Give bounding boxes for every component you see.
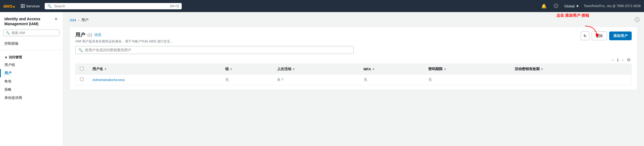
col-last-activity-sort-icon[interactable]: ▼	[292, 68, 295, 71]
sidebar-item-policies-label: 策略	[4, 87, 12, 92]
page-title-row: 用户 (1) 信息	[75, 32, 173, 38]
col-password-expiry-label: 密码期限	[428, 67, 443, 71]
sidebar-search-icon: 🔍	[6, 31, 10, 35]
aws-logo-text: aws	[3, 4, 13, 8]
col-active-key-expiry-sort-icon[interactable]: ▼	[541, 68, 543, 71]
row-checkbox-cell	[76, 75, 88, 85]
col-password-expiry-sort-icon[interactable]: ▼	[444, 68, 446, 71]
col-mfa: MFA ▼	[359, 64, 424, 75]
table-search-bar[interactable]: 🔍	[75, 46, 354, 54]
region-label: Global	[564, 4, 575, 8]
page-title-area: 用户 (1) 信息 IAM 用户是具有长期凭证的身份，用于与账户中的 AWS 进…	[75, 32, 173, 44]
table-settings-button[interactable]: ⚙	[626, 56, 632, 64]
breadcrumb-iam-link[interactable]: IAM	[70, 18, 76, 22]
col-groups-label: 组	[225, 67, 229, 71]
col-groups-sort-icon[interactable]: ▼	[230, 68, 233, 71]
select-all-checkbox[interactable]	[80, 67, 84, 70]
mfa-value: 无	[364, 78, 367, 82]
cell-groups: 无	[221, 75, 273, 85]
sidebar: Identity and Access Management (IAM) ✕ 🔍…	[0, 12, 63, 146]
sidebar-item-user-groups[interactable]: 用户组	[0, 61, 63, 69]
cell-password-expiry: 无	[424, 75, 510, 85]
main-content: IAM › 用户 用户 (1) 信息 IAM 用户是具有长期凭证的身份，用于与账…	[63, 12, 644, 146]
table-header: 用户名 ▼ 组 ▼ 上次活动	[76, 64, 632, 75]
breadcrumb-current: 用户	[81, 18, 89, 22]
col-mfa-sort-icon[interactable]: ▼	[372, 68, 375, 71]
page-number: 1	[616, 58, 620, 62]
table-row: AdministratorAccess 无 未？ 无 无	[76, 75, 632, 85]
col-username-sort-icon[interactable]: ▼	[104, 68, 107, 71]
global-search-bar[interactable]: 🔍 [Alt+S]	[45, 3, 182, 9]
delete-button[interactable]: 删除	[592, 32, 607, 40]
select-all-column	[76, 64, 88, 75]
sidebar-item-identity-providers-label: 身份提供商	[4, 95, 22, 100]
page-count: (1)	[87, 33, 92, 37]
sidebar-item-user-groups-label: 用户组	[4, 62, 15, 67]
arrow-down-icon: ▼	[4, 56, 8, 59]
main-layout: Identity and Access Management (IAM) ✕ 🔍…	[0, 12, 644, 146]
sidebar-title: Identity and Access Management (IAM)	[4, 16, 54, 26]
sidebar-header: Identity and Access Management (IAM) ✕	[0, 16, 63, 30]
info-link[interactable]: 信息	[94, 32, 101, 37]
sidebar-item-roles-label: 角色	[4, 79, 12, 84]
sidebar-divider	[0, 50, 63, 50]
sidebar-search-input[interactable]	[12, 31, 57, 35]
search-shortcut: [Alt+S]	[170, 4, 179, 8]
table-search-input[interactable]	[85, 48, 351, 52]
next-page-button[interactable]: ›	[621, 57, 625, 63]
sidebar-item-dashboard[interactable]: 控制面板	[0, 39, 63, 48]
header-actions: ↻ 删除 添加用户	[581, 32, 632, 40]
row-checkbox[interactable]	[80, 78, 84, 81]
breadcrumb: IAM › 用户	[70, 18, 637, 22]
region-selector[interactable]: Global ▼	[564, 4, 579, 8]
sidebar-item-users[interactable]: 用户	[0, 69, 63, 77]
sidebar-section-access-management[interactable]: ▼ 访问管理	[0, 52, 63, 61]
table-body: AdministratorAccess 无 未？ 无 无	[76, 75, 632, 85]
col-active-key-expiry: 活动密钥有效期 ▼	[510, 64, 632, 75]
col-username-label: 用户名	[92, 67, 103, 71]
col-groups: 组 ▼	[221, 64, 273, 75]
users-table: 用户名 ▼ 组 ▼ 上次活动	[75, 64, 632, 85]
cell-last-activity: 未？	[273, 75, 359, 85]
sidebar-close-button[interactable]: ✕	[54, 16, 58, 22]
sidebar-item-roles[interactable]: 角色	[0, 77, 63, 85]
page-content-card: 用户 (1) 信息 IAM 用户是具有长期凭证的身份，用于与账户中的 AWS 进…	[70, 27, 637, 90]
section-label-text: 访问管理	[9, 55, 22, 60]
add-user-button[interactable]: 添加用户	[609, 32, 632, 40]
groups-value: 无	[225, 78, 229, 82]
page-header-top: 用户 (1) 信息 IAM 用户是具有长期凭证的身份，用于与账户中的 AWS 进…	[75, 32, 632, 44]
global-search-input[interactable]	[54, 4, 168, 8]
prev-page-button[interactable]: ‹	[611, 57, 615, 63]
support-button[interactable]: ⓘ	[552, 2, 560, 10]
page-title: 用户	[75, 32, 85, 38]
grid-icon	[21, 4, 25, 8]
sidebar-item-identity-providers[interactable]: 身份提供商	[0, 94, 63, 102]
col-last-activity: 上次活动 ▼	[273, 64, 359, 75]
services-button[interactable]: Services	[19, 3, 42, 9]
col-password-expiry: 密码期限 ▼	[424, 64, 510, 75]
chevron-down-icon: ▼	[576, 4, 579, 8]
password-expiry-value: 无	[428, 78, 432, 82]
aws-logo-dot	[13, 6, 15, 8]
pagination-area: ‹ 1 › ⚙	[611, 56, 632, 64]
col-mfa-label: MFA	[364, 67, 371, 71]
help-info-icon[interactable]: ⓘ	[635, 16, 640, 23]
nav-right-area: 🔔 ⓘ Global ▼ TeamRole/Pra...ika @ 7896-2…	[540, 2, 641, 10]
search-icon: 🔍	[47, 4, 52, 8]
sidebar-item-dashboard-label: 控制面板	[4, 41, 19, 46]
aws-logo: aws	[3, 4, 15, 8]
col-active-key-expiry-label: 活动密钥有效期	[515, 67, 540, 71]
refresh-button[interactable]: ↻	[581, 32, 589, 40]
cell-mfa: 无	[359, 75, 424, 85]
cell-active-key-expiry	[510, 75, 632, 85]
sidebar-search-bar[interactable]: 🔍	[3, 30, 59, 36]
table-header-row: 用户名 ▼ 组 ▼ 上次活动	[76, 64, 632, 75]
last-activity-value: 未？	[277, 78, 284, 82]
sidebar-item-policies[interactable]: 策略	[0, 85, 63, 94]
services-label: Services	[26, 4, 40, 8]
breadcrumb-separator: ›	[78, 18, 79, 22]
notifications-button[interactable]: 🔔	[540, 2, 548, 10]
page-description: IAM 用户是具有长期凭证的身份，用于与账户中的 AWS 进行交互。	[75, 39, 173, 44]
username-link[interactable]: AdministratorAccess	[92, 78, 125, 82]
sidebar-item-users-label: 用户	[4, 71, 12, 76]
